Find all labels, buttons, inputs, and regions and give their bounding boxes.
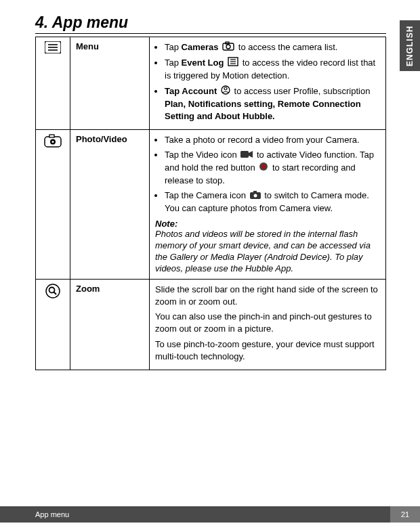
app-menu-table: Menu Tap Cameras to access the camera li… [35, 37, 386, 370]
row-icon-cell [36, 279, 70, 370]
svg-point-6 [226, 45, 230, 49]
text: Slide the scroll bar on the right hand s… [155, 284, 380, 308]
table-row: Menu Tap Cameras to access the camera li… [36, 37, 386, 130]
account-icon [221, 85, 230, 98]
text: Tap [165, 42, 182, 52]
text: You can also use the pinch-in and pinch-… [155, 311, 380, 335]
row-label: Menu [70, 37, 150, 130]
note-label: Note: [155, 219, 380, 229]
row-description: Tap Cameras to access the camera list. T… [150, 37, 386, 130]
svg-marker-18 [249, 151, 253, 158]
footer-section-label: App menu [0, 506, 390, 523]
list-item: Tap Cameras to access the camera list. [165, 41, 380, 54]
text: Tap [165, 58, 182, 68]
text-bold: Tap Account [165, 86, 217, 96]
list-item: Tap Event Log to access the video record… [165, 57, 380, 82]
row-icon-cell [36, 37, 70, 130]
svg-rect-17 [240, 151, 249, 158]
page-footer: App menu 21 [0, 506, 420, 523]
camera-small-icon [250, 190, 261, 202]
footer-page-number: 21 [390, 506, 420, 523]
row-description: Take a photo or record a video from your… [150, 130, 386, 280]
page-heading: 4. App menu [35, 14, 386, 34]
language-tab: ENGLISH [400, 20, 420, 71]
record-button-icon [259, 162, 268, 175]
list-item: Tap Account to access user Profile, subs… [165, 85, 380, 123]
svg-point-20 [261, 164, 266, 169]
video-icon [240, 150, 253, 162]
text-bold: Cameras [182, 42, 219, 52]
svg-rect-22 [253, 191, 257, 193]
event-log-icon [228, 57, 238, 70]
text: to access user Profile, subscription [234, 86, 371, 96]
svg-point-12 [224, 87, 227, 90]
row-description: Slide the scroll bar on the right hand s… [150, 279, 386, 370]
list-item: Take a photo or record a video from your… [165, 134, 380, 146]
text-bold: Event Log [182, 58, 224, 68]
table-row: Zoom Slide the scroll bar on the right h… [36, 279, 386, 370]
list-item: Tap the Video icon to activate Video fun… [165, 149, 380, 187]
row-label: Zoom [70, 279, 150, 370]
svg-point-16 [52, 141, 54, 143]
text: Tap the Video icon [165, 150, 239, 160]
table-row: Photo/Video Take a photo or record a vid… [36, 130, 386, 280]
magnifier-icon [45, 284, 60, 301]
page-content: 4. App menu Menu Tap Cameras to access t… [0, 0, 420, 370]
text: To use pinch-to-zoom gesture, your devic… [155, 338, 380, 363]
text: Tap the Camera icon [165, 190, 249, 200]
note-body: Photos and videos will be stored in the … [155, 229, 380, 275]
camera-outline-icon [222, 41, 234, 54]
row-label: Photo/Video [70, 130, 150, 280]
svg-point-23 [253, 194, 257, 197]
hamburger-menu-icon [45, 41, 61, 56]
text: to access the camera list. [238, 42, 338, 52]
camera-icon [44, 134, 62, 150]
row-icon-cell [36, 130, 70, 280]
list-item: Tap the Camera icon to switch to Camera … [165, 190, 380, 215]
text-bold: Plan, Notifications setting, Remote Conn… [165, 99, 361, 121]
svg-point-24 [46, 284, 60, 298]
svg-rect-14 [49, 135, 54, 137]
